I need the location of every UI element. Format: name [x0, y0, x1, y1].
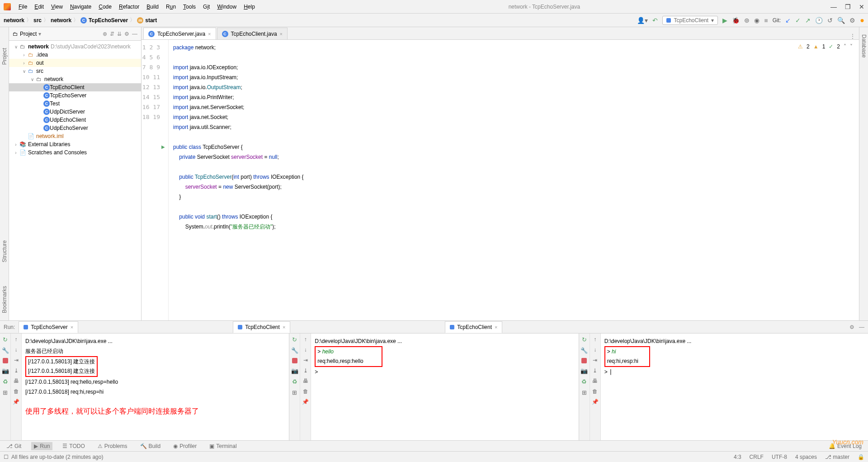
down-icon[interactable]: ↓ — [15, 347, 18, 353]
close-tab-icon[interactable]: × — [208, 31, 211, 37]
minimize-icon[interactable]: — — [830, 3, 837, 10]
stop-icon[interactable] — [292, 358, 297, 363]
settings-icon[interactable]: ⚙ — [849, 17, 855, 24]
run-settings-icon[interactable]: ⚙ — [849, 324, 854, 330]
user-icon[interactable]: 👤▾ — [637, 17, 648, 24]
inspection-bar[interactable]: ⚠2 ▲1 ✓2 ˄ ˅ — [796, 43, 854, 51]
tree-external-libs[interactable]: ›External Libraries — [9, 140, 141, 148]
git-revert-icon[interactable]: ↺ — [827, 17, 833, 24]
print-icon[interactable]: 🖶 — [592, 378, 598, 384]
bottom-run[interactable]: ▶ Run — [31, 442, 52, 450]
debug-icon[interactable]: 🐞 — [732, 17, 740, 24]
print-icon[interactable]: 🖶 — [303, 378, 308, 384]
menu-run[interactable]: Run — [163, 2, 179, 12]
clear-icon[interactable]: 🗑 — [14, 388, 19, 395]
gc-icon[interactable]: ♻ — [292, 378, 297, 385]
tree-iml[interactable]: 📄network.iml — [9, 132, 141, 140]
status-crlf[interactable]: CRLF — [750, 454, 764, 460]
breadcrumb-class[interactable]: TcpEchoServer — [89, 17, 128, 24]
tree-file-tcpechoclient[interactable]: CTcpEchoClient — [9, 83, 141, 91]
code-content[interactable]: package network; import java.io.IOExcept… — [169, 40, 859, 320]
rerun-icon[interactable]: ↻ — [292, 336, 297, 343]
wrench-icon[interactable]: 🔧 — [580, 347, 588, 354]
down-icon[interactable]: ˅ — [850, 43, 853, 50]
hide-panel-icon[interactable]: — — [132, 31, 137, 37]
wrap-icon[interactable]: ⇥ — [303, 357, 308, 363]
tree-out[interactable]: ›🗀out — [9, 59, 141, 67]
up-icon[interactable]: ˄ — [844, 43, 846, 50]
clear-icon[interactable]: 🗑 — [303, 388, 308, 395]
tab-structure[interactable]: Structure — [0, 238, 9, 265]
tree-file-udpechoclient[interactable]: CUdpEchoClient — [9, 116, 141, 124]
pin-icon[interactable]: 📌 — [13, 399, 19, 405]
stop-icon[interactable] — [581, 358, 587, 363]
tree-file-tcpechoserver[interactable]: CTcpEchoServer — [9, 91, 141, 100]
panel-settings-icon[interactable]: ⚙ — [124, 31, 129, 37]
tree-scratches[interactable]: ›Scratches and Consoles — [9, 148, 141, 157]
wrap-icon[interactable]: ⇥ — [14, 357, 19, 363]
close-tab-icon[interactable]: × — [280, 31, 283, 37]
down-icon[interactable]: ↓ — [304, 347, 307, 353]
tab-project[interactable]: Project — [0, 45, 9, 67]
bottom-build[interactable]: 🔨 Build — [137, 442, 164, 450]
tab-bookmarks[interactable]: Bookmarks — [0, 283, 9, 316]
status-lock-icon[interactable]: 🔒 — [858, 454, 864, 460]
profile-icon[interactable]: ◉ — [754, 17, 760, 24]
menu-view[interactable]: View — [48, 2, 66, 12]
editor-body[interactable]: 1 2 3 4 5 6 7 8 9 10 ▶11 12 13 14 15 16 … — [142, 40, 859, 320]
status-branch[interactable]: ⎇ master — [825, 454, 849, 460]
menu-navigate[interactable]: Navigate — [67, 2, 94, 12]
stop-icon[interactable]: ■ — [764, 17, 768, 24]
editor-tab-client[interactable]: CTcpEchoClient.java× — [217, 28, 288, 39]
menu-edit[interactable]: Edit — [31, 2, 47, 12]
run-hide-icon[interactable]: — — [859, 324, 864, 330]
run-tab-client2[interactable]: TcpEchoClient× — [445, 321, 502, 333]
breadcrumb[interactable]: network〉 src〉 network〉 C TcpEchoServer〉 … — [4, 16, 157, 24]
down-icon[interactable]: ↓ — [594, 347, 596, 353]
status-indent[interactable]: 4 spaces — [795, 454, 817, 460]
bottom-todo[interactable]: ☰ TODO — [60, 442, 87, 450]
up-icon[interactable]: ↑ — [304, 336, 307, 343]
scroll-icon[interactable]: ⤓ — [593, 367, 597, 374]
stop-icon[interactable] — [3, 358, 8, 363]
tree-src[interactable]: ∨🗀src — [9, 67, 141, 75]
gc-icon[interactable]: ♻ — [581, 378, 587, 385]
scroll-icon[interactable]: ⤓ — [14, 367, 19, 374]
up-icon[interactable]: ↑ — [15, 336, 18, 343]
run-config-dropdown[interactable]: TcpEchoClient ▾ — [662, 16, 718, 25]
maximize-icon[interactable]: ❐ — [845, 3, 851, 10]
back-icon[interactable]: ↶ — [652, 17, 658, 24]
pin-icon[interactable]: 📌 — [302, 399, 309, 405]
git-history-icon[interactable]: 🕐 — [815, 17, 823, 24]
layout-icon[interactable]: ⊞ — [582, 389, 587, 396]
tab-database[interactable]: Database — [860, 32, 868, 60]
git-commit-icon[interactable]: ✓ — [795, 17, 801, 24]
close-icon[interactable]: ✕ — [859, 3, 864, 10]
locate-icon[interactable]: ⊕ — [103, 31, 107, 37]
console-output[interactable]: D:\develop\Java\JDK\bin\java.exe ... > h… — [311, 333, 578, 440]
search-icon[interactable]: 🔍 — [837, 17, 845, 24]
menu-help[interactable]: Help — [241, 2, 258, 12]
run-tab-client1[interactable]: TcpEchoClient× — [233, 321, 290, 333]
console-output[interactable]: D:\develop\Java\JDK\bin\java.exe ... > h… — [601, 333, 868, 440]
breadcrumb-src[interactable]: src — [33, 17, 42, 24]
camera-icon[interactable]: 📷 — [580, 367, 588, 374]
bottom-problems[interactable]: ⚠ Problems — [95, 442, 130, 450]
tree-file-test[interactable]: CTest — [9, 100, 141, 108]
camera-icon[interactable]: 📷 — [2, 367, 9, 374]
layout-icon[interactable]: ⊞ — [292, 389, 297, 396]
status-position[interactable]: 4:3 — [734, 454, 741, 460]
tree-idea[interactable]: ›🗀.idea — [9, 51, 141, 59]
git-push-icon[interactable]: ↗ — [805, 17, 811, 24]
menu-tools[interactable]: Tools — [180, 2, 199, 12]
menu-build[interactable]: Build — [143, 2, 162, 12]
wrap-icon[interactable]: ⇥ — [593, 357, 597, 363]
menu-code[interactable]: Code — [95, 2, 115, 12]
gc-icon[interactable]: ♻ — [3, 378, 8, 385]
editor-tab-server[interactable]: CTcpEchoServer.java× — [143, 28, 216, 39]
breadcrumb-pkg[interactable]: network — [51, 17, 71, 24]
collapse-all-icon[interactable]: ⇊ — [117, 31, 122, 37]
scroll-icon[interactable]: ⤓ — [303, 367, 308, 374]
run-icon[interactable]: ▶ — [722, 17, 727, 24]
run-tab-server[interactable]: TcpEchoServer× — [19, 321, 78, 333]
